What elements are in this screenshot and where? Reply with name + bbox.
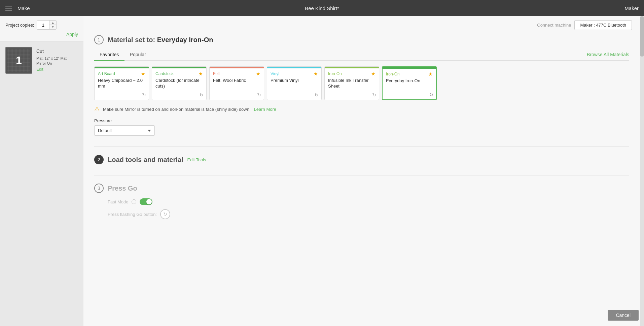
project-title: Bee Kind Shirt* xyxy=(305,5,339,11)
step2-number: 2 xyxy=(98,157,100,162)
mat-thumbnail: 1 xyxy=(5,47,32,74)
fast-mode-label: Fast Mode xyxy=(108,199,128,204)
apply-button[interactable]: Apply xyxy=(66,32,78,37)
copies-arrows: ▲ ▼ xyxy=(49,21,56,29)
copies-input[interactable] xyxy=(37,21,49,29)
divider-2 xyxy=(94,175,629,175)
warning-icon: ⚠ xyxy=(94,105,100,113)
step1-title-prefix: Material set to: xyxy=(108,36,157,43)
material-card-0[interactable]: Art Board ★ Heavy Chipboard – 2.0 mm ↻ xyxy=(94,66,149,100)
fast-mode-row: Fast Mode i xyxy=(108,198,629,205)
machine-label: Maker xyxy=(624,5,639,11)
step2-circle: 2 xyxy=(94,155,104,164)
step2-title: Load tools and material xyxy=(108,156,183,164)
mat-info: Cut Mat, 12" x 12" Mat, Mirror On Edit xyxy=(36,48,78,72)
learn-more-link[interactable]: Learn More xyxy=(254,107,276,112)
tab-favorites[interactable]: Favorites xyxy=(94,50,124,61)
step3-number: 3 xyxy=(98,186,100,191)
press-go-row: Press flashing Go button: ↻ xyxy=(108,209,629,219)
material-card-2[interactable]: Felt ★ Felt, Wool Fabric ↻ xyxy=(209,66,264,100)
material-cards: Art Board ★ Heavy Chipboard – 2.0 mm ↻ C… xyxy=(94,66,629,100)
hamburger-menu-icon[interactable] xyxy=(5,6,12,10)
mat-edit-link[interactable]: Edit xyxy=(36,67,43,72)
step3-header: 3 Press Go xyxy=(94,184,629,193)
connect-bar: Connect machine Maker : 477C Bluetooth xyxy=(537,20,632,30)
connect-machine-button[interactable]: Maker : 477C Bluetooth xyxy=(574,20,632,30)
tab-popular[interactable]: Popular xyxy=(124,50,151,61)
make-label: Make xyxy=(17,5,30,11)
step1-title-bold: Everyday Iron-On xyxy=(157,36,213,43)
step1-title: Material set to: Everyday Iron-On xyxy=(108,36,213,44)
copies-input-wrap: ▲ ▼ xyxy=(37,20,57,30)
app-header: Make Bee Kind Shirt* Maker xyxy=(0,0,644,16)
copies-up-button[interactable]: ▲ xyxy=(49,21,56,25)
main-content: Connect machine Maker : 477C Bluetooth 1… xyxy=(83,16,640,326)
step1-section: 1 Material set to: Everyday Iron-On Favo… xyxy=(94,35,629,136)
warning-text: Make sure Mirror is turned on and iron-o… xyxy=(103,107,251,112)
mat-item: 1 Cut Mat, 12" x 12" Mat, Mirror On Edit xyxy=(0,41,83,79)
step3-title-text: Press Go xyxy=(108,185,137,192)
project-copies-label: Project copies: xyxy=(5,23,34,28)
connect-machine-label: Connect machine xyxy=(537,23,571,28)
edit-tools-link[interactable]: Edit Tools xyxy=(187,157,206,162)
step2-section: 2 Load tools and material Edit Tools xyxy=(94,155,629,164)
pressure-section: Pressure Default More Less xyxy=(94,118,629,136)
toggle-knob xyxy=(146,199,152,204)
info-icon[interactable]: i xyxy=(132,199,136,204)
mat-number: 1 xyxy=(16,54,22,67)
step3-circle: 3 xyxy=(94,184,104,193)
material-card-5[interactable]: Iron-On ★ Everyday Iron-On ↻ xyxy=(382,66,437,100)
pressure-select[interactable]: Default More Less xyxy=(94,125,155,136)
cancel-button[interactable]: Cancel xyxy=(608,310,639,321)
sidebar: Project copies: ▲ ▼ Apply 1 Cut Mat, 12"… xyxy=(0,16,83,326)
pressure-label: Pressure xyxy=(94,118,629,123)
refresh-button[interactable]: ↻ xyxy=(160,209,170,219)
material-card-3[interactable]: Vinyl ★ Premium Vinyl ↻ xyxy=(267,66,322,100)
step2-header: 2 Load tools and material Edit Tools xyxy=(94,155,629,164)
material-card-4[interactable]: Iron-On ★ Infusible Ink Transfer Sheet ↻ xyxy=(324,66,379,100)
step3-title: Press Go xyxy=(108,185,137,192)
step1-header: 1 Material set to: Everyday Iron-On xyxy=(94,35,629,44)
material-card-1[interactable]: Cardstock ★ Cardstock (for intricate cut… xyxy=(152,66,207,100)
material-tabs: Favorites Popular Browse All Materials xyxy=(94,50,629,61)
scrollbar-thumb[interactable] xyxy=(640,16,644,57)
fast-mode-toggle[interactable] xyxy=(140,198,152,205)
copies-down-button[interactable]: ▼ xyxy=(49,25,56,29)
warning-banner: ⚠ Make sure Mirror is turned on and iron… xyxy=(94,105,629,113)
divider-1 xyxy=(94,146,629,147)
scrollbar-track xyxy=(640,16,644,326)
browse-all-materials-link[interactable]: Browse All Materials xyxy=(587,50,629,60)
step1-circle: 1 xyxy=(94,35,104,44)
mat-details: Mat, 12" x 12" Mat, Mirror On xyxy=(36,56,78,66)
mat-cut-label: Cut xyxy=(36,48,78,54)
step1-number: 1 xyxy=(98,37,100,42)
press-go-text: Press flashing Go button: xyxy=(108,212,157,217)
sidebar-controls: Project copies: ▲ ▼ Apply xyxy=(0,16,83,41)
step3-section: 3 Press Go Fast Mode i Press flashing Go… xyxy=(94,184,629,219)
step2-title-text: Load tools and material xyxy=(108,156,183,163)
